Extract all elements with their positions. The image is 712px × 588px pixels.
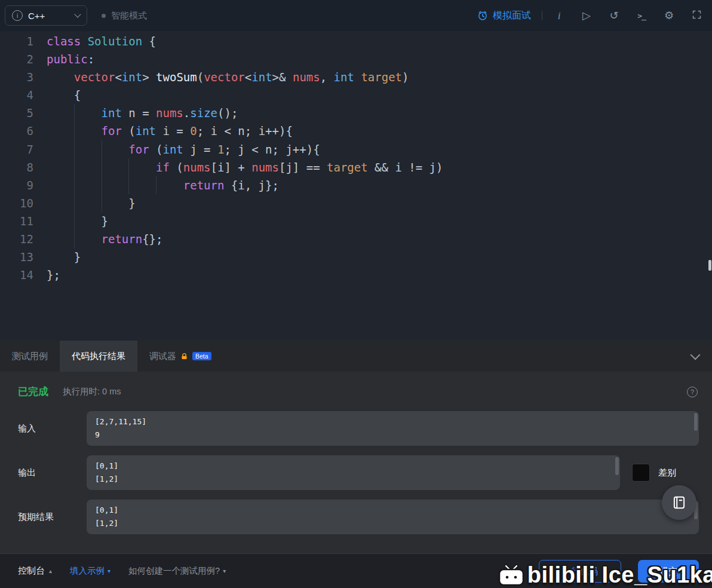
value-box[interactable]: [2,7,11,15]9 xyxy=(87,411,699,446)
code-text: for (int i = 0; i < n; i++){ xyxy=(47,122,293,140)
result-row: 输入[2,7,11,15]9 xyxy=(18,411,699,446)
indent-guide xyxy=(47,248,74,266)
scrollbar-thumb[interactable] xyxy=(615,457,619,475)
indent-guide xyxy=(47,68,74,86)
code-line[interactable]: 7for (int j = 1; j < n; j++){ xyxy=(0,140,712,158)
code-line[interactable]: 12return{}; xyxy=(0,230,712,248)
code-line[interactable]: 6for (int i = 0; i < n; i++){ xyxy=(0,122,712,140)
indent-guide xyxy=(74,140,102,158)
fill-example-button[interactable]: 填入示例 ▾ xyxy=(70,565,111,577)
code-line[interactable]: 11} xyxy=(0,212,712,230)
code-line[interactable]: 2public: xyxy=(0,50,712,68)
alarm-clock-icon xyxy=(477,10,488,21)
line-number: 4 xyxy=(0,86,33,104)
tab-testcase[interactable]: 测试用例 xyxy=(0,341,60,372)
indent-guide xyxy=(47,104,74,122)
mode-dot-icon xyxy=(102,14,106,18)
line-number: 8 xyxy=(0,158,33,176)
reset-icon[interactable]: ↺ xyxy=(608,10,620,21)
toolbar-divider xyxy=(542,11,542,20)
indent-guide xyxy=(47,86,74,104)
indent-guide xyxy=(128,158,156,176)
code-text: for (int j = 1; j < n; j++){ xyxy=(47,140,320,158)
chevron-down-icon xyxy=(74,11,81,17)
help-circle-icon[interactable]: ? xyxy=(687,387,698,397)
gear-icon[interactable]: ⚙ xyxy=(663,10,675,21)
code-line[interactable]: 8if (nums[i] + nums[j] == target && i !=… xyxy=(0,158,712,176)
scrollbar-thumb[interactable] xyxy=(694,413,698,431)
status-text: 已完成 xyxy=(18,385,48,399)
diff-label: 差别 xyxy=(658,467,676,479)
line-number: 1 xyxy=(0,32,33,50)
indent-guide xyxy=(47,122,74,140)
tab-label: 调试器 xyxy=(149,351,176,362)
indent-guide xyxy=(128,176,156,194)
run-code-button[interactable]: 执行代码 xyxy=(539,560,621,583)
console-label: 控制台 xyxy=(18,565,45,577)
play-icon[interactable]: ▷ xyxy=(581,10,593,21)
value-box[interactable]: [0,1][1,2] xyxy=(87,455,620,490)
code-line[interactable]: 5int n = nums.size(); xyxy=(0,104,712,122)
line-number: 6 xyxy=(0,122,33,140)
fullscreen-icon[interactable] xyxy=(690,10,702,22)
line-number: 10 xyxy=(0,194,33,212)
field-label: 输入 xyxy=(18,423,87,434)
code-text: return{}; xyxy=(47,230,162,248)
indent-guide xyxy=(102,176,129,194)
code-line[interactable]: 3vector<int> twoSum(vector<int>& nums, i… xyxy=(0,68,712,86)
tab-label: 测试用例 xyxy=(12,351,48,362)
code-text: public: xyxy=(47,50,94,68)
line-number: 5 xyxy=(0,104,33,122)
indent-guide xyxy=(47,194,74,212)
field-label: 输出 xyxy=(18,467,87,479)
code-text: class Solution { xyxy=(47,32,156,50)
code-line[interactable]: 10} xyxy=(0,194,712,212)
terminal-icon[interactable]: >_ xyxy=(636,12,647,20)
indent-guide xyxy=(47,176,74,194)
caret-down-icon: ▾ xyxy=(108,568,111,574)
indent-guide xyxy=(74,158,102,176)
value-line: [1,2] xyxy=(95,517,690,530)
code-line[interactable]: 4{ xyxy=(0,86,712,104)
language-selector[interactable]: i C++ xyxy=(5,5,87,26)
code-line[interactable]: 9return {i, j}; xyxy=(0,176,712,194)
value-line: [1,2] xyxy=(95,473,612,486)
mock-interview-button[interactable]: 模拟面试 xyxy=(477,10,531,22)
code-text: }; xyxy=(47,266,60,284)
notebook-icon xyxy=(671,495,687,510)
tab-debugger[interactable]: 调试器Beta xyxy=(137,341,223,372)
notebook-fab[interactable] xyxy=(662,485,696,520)
tab-bar: 测试用例代码执行结果调试器Beta xyxy=(0,341,712,372)
diff-control[interactable]: 差别 xyxy=(632,464,699,482)
help-link[interactable]: 如何创建一个测试用例? ▾ xyxy=(128,565,226,577)
code-line[interactable]: 1class Solution { xyxy=(0,32,712,50)
indent-guide xyxy=(102,158,129,176)
submit-button[interactable]: 提交 xyxy=(638,560,699,583)
tab-list: 测试用例代码执行结果调试器Beta xyxy=(0,341,223,372)
result-row: 输出[0,1][1,2]差别 xyxy=(18,455,699,490)
runtime-text: 执行用时: 0 ms xyxy=(63,386,121,397)
console-toggle[interactable]: 控制台 ▴ xyxy=(18,565,52,577)
diff-color-swatch[interactable] xyxy=(632,464,650,482)
value-line: [2,7,11,15] xyxy=(95,415,690,428)
line-number: 12 xyxy=(0,230,33,248)
status-row: 已完成 执行用时: 0 ms ? xyxy=(18,385,698,399)
code-line[interactable]: 14}; xyxy=(0,266,712,284)
editor-scrollbar[interactable] xyxy=(708,260,711,271)
value-box[interactable]: [0,1][1,2] xyxy=(87,500,699,534)
lock-icon xyxy=(180,353,188,360)
code-line[interactable]: 13} xyxy=(0,248,712,266)
collapse-panel-icon[interactable] xyxy=(690,350,701,360)
caret-up-icon: ▴ xyxy=(49,568,52,574)
indent-guide xyxy=(102,194,129,212)
tab-run-result[interactable]: 代码执行结果 xyxy=(60,341,137,372)
code-text: int n = nums.size(); xyxy=(47,104,238,122)
indent-guide xyxy=(74,194,102,212)
value-line: 9 xyxy=(95,428,690,442)
indent-guide xyxy=(47,158,74,176)
code-editor[interactable]: 1class Solution {2public:3vector<int> tw… xyxy=(0,31,712,342)
info-icon[interactable]: i xyxy=(553,11,565,21)
line-number: 13 xyxy=(0,248,33,266)
line-number: 7 xyxy=(0,140,33,158)
indent-guide xyxy=(47,140,74,158)
